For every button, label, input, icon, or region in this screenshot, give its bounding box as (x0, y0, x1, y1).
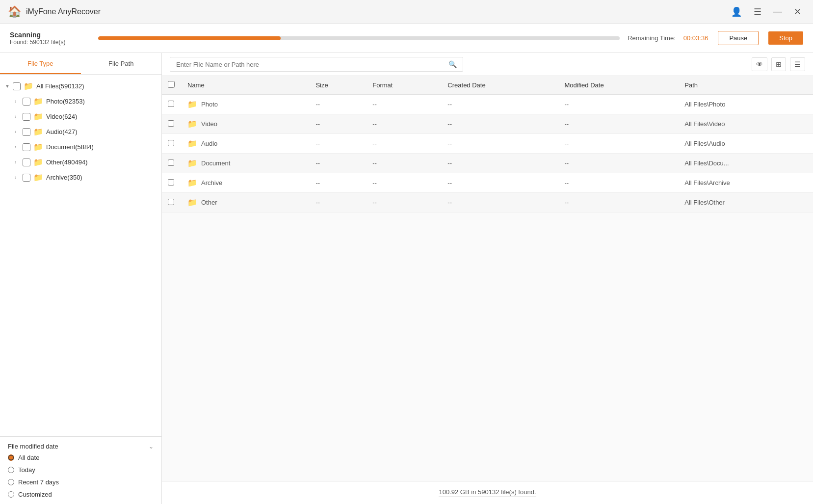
row-folder-icon: 📁 (187, 100, 197, 109)
radio-recent7[interactable] (8, 479, 14, 485)
row-checkbox[interactable] (168, 101, 174, 107)
row-path: All Files\Archive (679, 173, 813, 193)
tree-item-all-files[interactable]: ▼ 📁 All Files(590132) (0, 79, 161, 94)
row-checkbox[interactable] (168, 179, 174, 186)
table-row: 📁 Other -- -- -- -- All Files\Other (162, 193, 813, 212)
col-header-modified-date: Modified Date (558, 76, 679, 95)
radio-today[interactable] (8, 467, 14, 473)
radio-all-date[interactable] (8, 454, 14, 461)
folder-icon-audio: 📁 (33, 127, 43, 136)
tree-item-photo[interactable]: › 📁 Photo(92353) (0, 94, 161, 109)
tree-label-video: Video(624) (46, 113, 77, 120)
minimize-button[interactable]: — (769, 4, 786, 19)
row-size: -- (310, 193, 367, 212)
table-row: 📁 Audio -- -- -- -- All Files\Audio (162, 134, 813, 154)
preview-view-button[interactable]: 👁 (752, 57, 767, 71)
row-path: All Files\Photo (679, 95, 813, 114)
row-checkbox[interactable] (168, 199, 174, 205)
tree-label-archive: Archive(350) (46, 174, 82, 181)
row-checkbox-cell[interactable] (162, 173, 182, 193)
row-format: -- (367, 114, 442, 134)
row-format: -- (367, 154, 442, 173)
tab-file-path[interactable]: File Path (81, 53, 162, 74)
menu-icon[interactable]: ☰ (750, 4, 765, 19)
row-checkbox-cell[interactable] (162, 95, 182, 114)
tree-item-video[interactable]: › 📁 Video(624) (0, 109, 161, 124)
checkbox-video[interactable] (23, 113, 30, 121)
tree-item-audio[interactable]: › 📁 Audio(427) (0, 124, 161, 139)
row-size: -- (310, 173, 367, 193)
close-button[interactable]: ✕ (790, 4, 805, 19)
row-created-date: -- (442, 114, 558, 134)
tab-file-type[interactable]: File Type (0, 53, 81, 74)
expand-icon-video: › (15, 114, 23, 119)
row-created-date: -- (442, 154, 558, 173)
list-view-button[interactable]: ☰ (790, 57, 805, 71)
expand-icon-archive: › (15, 175, 23, 180)
row-modified-date: -- (558, 173, 679, 193)
file-table-container: Name Size Format Created Date Modified D… (162, 76, 813, 481)
progress-bar-background (98, 36, 620, 40)
folder-icon: 📁 (24, 81, 33, 91)
row-checkbox[interactable] (168, 140, 174, 146)
row-format: -- (367, 193, 442, 212)
checkbox-document[interactable] (23, 143, 30, 151)
table-row: 📁 Document -- -- -- -- All Files\Docu... (162, 154, 813, 173)
folder-icon-photo: 📁 (33, 97, 43, 106)
expand-icon-photo: › (15, 99, 23, 104)
radio-customized[interactable] (8, 491, 14, 498)
row-checkbox-cell[interactable] (162, 154, 182, 173)
tree-item-document[interactable]: › 📁 Document(5884) (0, 139, 161, 155)
stop-button[interactable]: Stop (768, 31, 803, 45)
checkbox-audio[interactable] (23, 128, 30, 136)
row-checkbox[interactable] (168, 120, 174, 127)
grid-view-button[interactable]: ⊞ (771, 57, 786, 71)
search-box[interactable]: 🔍 (170, 57, 463, 72)
tree-label-other: Other(490494) (46, 159, 88, 166)
filter-option-customized[interactable]: Customized (8, 491, 154, 498)
checkbox-photo[interactable] (23, 98, 30, 106)
chevron-down-icon: ⌄ (149, 443, 154, 450)
row-checkbox[interactable] (168, 159, 174, 166)
remaining-time: 00:03:36 (683, 34, 708, 42)
row-name-cell: 📁 Audio (182, 134, 310, 154)
row-name: Video (201, 120, 217, 128)
row-path: All Files\Docu... (679, 154, 813, 173)
checkbox-archive[interactable] (23, 174, 30, 182)
toolbar: 🔍 👁 ⊞ ☰ (162, 53, 813, 76)
label-customized: Customized (18, 491, 52, 498)
row-name-cell: 📁 Video (182, 114, 310, 134)
left-panel: File Type File Path ▼ 📁 All Files(590132… (0, 53, 162, 504)
tree-label-document: Document(5884) (46, 143, 94, 151)
main-layout: File Type File Path ▼ 📁 All Files(590132… (0, 53, 813, 504)
row-folder-icon: 📁 (187, 198, 197, 207)
expand-icon-document: › (15, 144, 23, 150)
tree-item-other[interactable]: › 📁 Other(490494) (0, 155, 161, 170)
row-name: Other (201, 199, 217, 206)
col-header-size: Size (310, 76, 367, 95)
user-icon[interactable]: 👤 (727, 4, 746, 19)
row-name: Archive (201, 179, 222, 186)
pause-button[interactable]: Pause (718, 31, 759, 45)
row-checkbox-cell[interactable] (162, 134, 182, 154)
remaining-label: Remaining Time: (628, 34, 676, 42)
filter-option-recent7[interactable]: Recent 7 days (8, 478, 154, 486)
checkbox-all-files[interactable] (13, 82, 21, 90)
filter-header[interactable]: File modified date ⌄ (8, 443, 154, 450)
home-icon[interactable]: 🏠 (8, 5, 21, 18)
row-checkbox-cell[interactable] (162, 193, 182, 212)
checkbox-select-all[interactable] (168, 81, 175, 88)
search-icon: 🔍 (448, 60, 457, 68)
search-input[interactable] (176, 61, 445, 68)
filter-option-all-date[interactable]: All date (8, 454, 154, 461)
tree-item-archive[interactable]: › 📁 Archive(350) (0, 170, 161, 185)
tree-label-photo: Photo(92353) (46, 98, 85, 105)
tree-label-audio: Audio(427) (46, 128, 78, 135)
row-size: -- (310, 134, 367, 154)
row-folder-icon: 📁 (187, 159, 197, 168)
row-checkbox-cell[interactable] (162, 114, 182, 134)
expand-icon-audio: › (15, 129, 23, 134)
row-name-cell: 📁 Other (182, 193, 310, 212)
checkbox-other[interactable] (23, 159, 30, 166)
filter-option-today[interactable]: Today (8, 466, 154, 474)
